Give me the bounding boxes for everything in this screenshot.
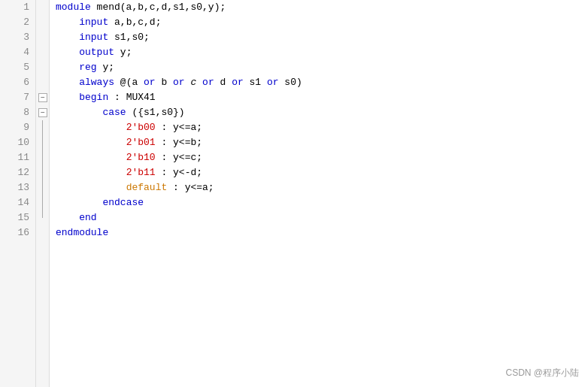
kw-or-3: or — [202, 75, 214, 90]
fold-line-15 — [42, 210, 43, 218]
plain-13: : y<=a; — [167, 180, 214, 195]
indent-5 — [56, 60, 79, 75]
line-num-14: 14 — [0, 195, 35, 210]
code-line-13: default : y<=a; — [56, 180, 588, 195]
plain-7: : MUX41 — [108, 90, 155, 105]
line-num-9: 9 — [0, 120, 35, 135]
plain-2: a,b,c,d; — [108, 15, 161, 30]
fold-line-9 — [42, 120, 43, 135]
indent-3 — [56, 30, 79, 45]
num-b11: 2'b11 — [126, 165, 156, 180]
line-num-16: 16 — [0, 225, 35, 240]
plain-3: s1,s0; — [108, 30, 150, 45]
kw-begin: begin — [79, 90, 108, 105]
fold-line-10 — [42, 135, 43, 150]
fold-4 — [36, 45, 49, 60]
fold-15 — [36, 210, 49, 225]
code-line-empty-6 — [56, 316, 588, 331]
line-num-6: 6 — [0, 75, 35, 90]
kw-default: default — [126, 180, 168, 195]
code-content[interactable]: module mend(a,b,c,d,s1,s0,y); input a,b,… — [50, 0, 588, 387]
kw-endmodule: endmodule — [56, 225, 108, 240]
fold-icon-7[interactable]: − — [38, 93, 47, 102]
var-c: c — [190, 75, 196, 90]
line-num-3: 3 — [0, 30, 35, 45]
code-line-12: 2'b11 : y<-d; — [56, 165, 588, 180]
line-num-1: 1 — [0, 0, 35, 15]
code-line-empty-5 — [56, 301, 588, 316]
plain-6f: s1 — [244, 75, 267, 90]
kw-endcase: endcase — [102, 195, 144, 210]
fold-8[interactable]: − — [36, 105, 49, 120]
kw-input-1: input — [79, 15, 108, 30]
fold-line-12 — [42, 165, 43, 180]
code-line-5: reg y; — [56, 60, 588, 75]
kw-module: module — [56, 0, 91, 15]
code-line-empty-3 — [56, 271, 588, 286]
kw-or-5: or — [267, 75, 279, 90]
fold-line-11 — [42, 150, 43, 165]
fold-13 — [36, 180, 49, 195]
fold-9 — [36, 120, 49, 135]
fold-16 — [36, 225, 49, 240]
indent-14 — [56, 195, 102, 210]
code-line-10: 2'b01 : y<=b; — [56, 135, 588, 150]
line-num-15: 15 — [0, 210, 35, 225]
line-numbers: 1 2 3 4 5 6 7 8 9 10 11 12 13 14 15 16 — [0, 0, 36, 387]
num-b10: 2'b10 — [126, 150, 156, 165]
code-line-3: input s1,s0; — [56, 30, 588, 45]
line-num-8: 8 — [0, 105, 35, 120]
kw-input-2: input — [79, 30, 108, 45]
line-num-13: 13 — [0, 180, 35, 195]
line-num-10: 10 — [0, 135, 35, 150]
code-line-9: 2'b00 : y<=a; — [56, 120, 588, 135]
code-line-15: end — [56, 210, 588, 225]
plain-5: y; — [97, 60, 114, 75]
line-num-12: 12 — [0, 165, 35, 180]
line-num-2: 2 — [0, 15, 35, 30]
fold-6 — [36, 75, 49, 90]
fold-line-13 — [42, 180, 43, 195]
indent-6 — [56, 75, 79, 90]
indent-10 — [56, 135, 126, 150]
fold-line-14 — [42, 195, 43, 210]
code-line-empty-1 — [56, 240, 588, 255]
code-line-empty-4 — [56, 286, 588, 301]
fold-icon-8[interactable]: − — [38, 108, 47, 117]
fold-7[interactable]: − — [36, 90, 49, 105]
kw-reg: reg — [79, 60, 96, 75]
indent-13 — [56, 180, 126, 195]
fold-14 — [36, 195, 49, 210]
fold-gutter: − − — [36, 0, 50, 387]
kw-end: end — [79, 210, 96, 225]
code-line-11: 2'b10 : y<=c; — [56, 150, 588, 165]
editor-container: 1 2 3 4 5 6 7 8 9 10 11 12 13 14 15 16 — [0, 0, 588, 387]
code-line-6: always @(a or b or c or d or s1 or s0) — [56, 75, 588, 90]
indent-11 — [56, 150, 126, 165]
code-line-16: endmodule — [56, 225, 588, 240]
plain-6d — [196, 75, 202, 90]
indent-8 — [56, 105, 102, 120]
plain-6g: s0) — [279, 75, 302, 90]
fold-11 — [36, 150, 49, 165]
indent-7 — [56, 90, 79, 105]
kw-or-4: or — [232, 75, 244, 90]
plain-6e: d — [214, 75, 232, 90]
indent-15 — [56, 210, 79, 225]
fold-2 — [36, 15, 49, 30]
kw-or-1: or — [144, 75, 156, 90]
code-line-empty-2 — [56, 255, 588, 271]
code-line-8: case ({s1,s0}) — [56, 105, 588, 120]
plain-6c — [185, 75, 191, 90]
indent-2 — [56, 15, 79, 30]
fold-3 — [36, 30, 49, 45]
code-line-4: output y; — [56, 45, 588, 60]
code-line-14: endcase — [56, 195, 588, 210]
plain-4: y; — [114, 45, 132, 60]
plain-11: : y<=c; — [156, 150, 202, 165]
plain-8: ({s1,s0}) — [126, 105, 185, 120]
plain-6a: @(a — [114, 75, 144, 90]
kw-always: always — [79, 75, 114, 90]
line-num-7: 7 — [0, 90, 35, 105]
fold-5 — [36, 60, 49, 75]
